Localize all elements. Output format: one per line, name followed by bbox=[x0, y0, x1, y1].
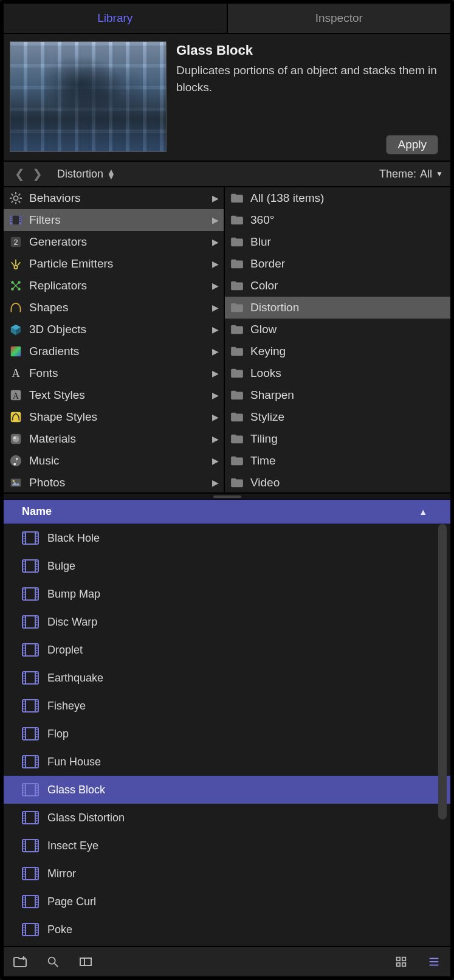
category-item[interactable]: Filters▶ bbox=[4, 209, 224, 231]
filter-label: Disc Warp bbox=[47, 616, 97, 629]
subcategory-item[interactable]: Tiling bbox=[225, 428, 450, 450]
category-item[interactable]: Music▶ bbox=[4, 450, 224, 472]
category-label: Photos bbox=[29, 476, 212, 489]
filter-item[interactable]: Disc Warp bbox=[4, 608, 450, 636]
preview-info: Glass Block Duplicates portions of an ob… bbox=[167, 41, 444, 154]
folder-icon bbox=[229, 409, 246, 426]
folder-icon bbox=[229, 212, 246, 229]
category-item[interactable]: Shape Styles▶ bbox=[4, 406, 224, 428]
generator-icon bbox=[7, 233, 24, 250]
filmstrip-icon bbox=[22, 587, 39, 601]
filter-item[interactable]: Droplet bbox=[4, 636, 450, 664]
filmstrip-icon bbox=[22, 671, 39, 685]
subcategory-label: Color bbox=[250, 279, 445, 292]
folder-icon bbox=[229, 277, 246, 294]
filter-label: Fun House bbox=[47, 756, 101, 768]
folder-icon bbox=[229, 190, 246, 207]
category-item[interactable]: Replicators▶ bbox=[4, 275, 224, 297]
category-item[interactable]: Materials▶ bbox=[4, 428, 224, 450]
subcategory-item[interactable]: 360° bbox=[225, 209, 450, 231]
category-item[interactable]: Generators▶ bbox=[4, 231, 224, 253]
list-header[interactable]: Name ▲ bbox=[4, 500, 450, 524]
filmstrip-icon bbox=[22, 755, 39, 768]
filmstrip-icon bbox=[22, 811, 39, 824]
nav-forward-icon[interactable]: ❯ bbox=[29, 167, 46, 181]
split-handle[interactable] bbox=[4, 494, 450, 500]
filter-label: Bulge bbox=[47, 560, 75, 573]
category-label: Replicators bbox=[29, 279, 212, 292]
category-item[interactable]: Behaviors▶ bbox=[4, 187, 224, 209]
category-item[interactable]: 3D Objects▶ bbox=[4, 319, 224, 340]
category-item[interactable]: Particle Emitters▶ bbox=[4, 253, 224, 275]
scrollbar[interactable] bbox=[436, 524, 450, 946]
disclosure-arrow-icon: ▶ bbox=[212, 303, 219, 312]
theme-value: All bbox=[420, 168, 432, 181]
subcategory-item[interactable]: Color bbox=[225, 275, 450, 297]
category-item[interactable]: Photos▶ bbox=[4, 472, 224, 492]
columns-view-icon[interactable] bbox=[78, 954, 94, 970]
subcategory-item[interactable]: Looks bbox=[225, 362, 450, 384]
filter-item[interactable]: Bulge bbox=[4, 552, 450, 580]
filmstrip-icon bbox=[22, 615, 39, 629]
subcategory-item[interactable]: Sharpen bbox=[225, 384, 450, 406]
tab-inspector[interactable]: Inspector bbox=[228, 4, 451, 33]
breadcrumb[interactable]: Distortion ▲▼ bbox=[57, 168, 115, 181]
subcategory-item[interactable]: Glow bbox=[225, 319, 450, 340]
search-icon[interactable] bbox=[45, 954, 61, 970]
filmstrip-icon bbox=[22, 559, 39, 573]
subcategory-item[interactable]: Blur bbox=[225, 231, 450, 253]
folder-icon bbox=[229, 233, 246, 250]
theme-selector[interactable]: Theme: All ▼ bbox=[379, 168, 443, 181]
category-item[interactable]: Shapes▶ bbox=[4, 297, 224, 319]
category-item[interactable]: Gradients▶ bbox=[4, 340, 224, 362]
tab-library[interactable]: Library bbox=[4, 4, 228, 33]
subcategory-item[interactable]: Border bbox=[225, 253, 450, 275]
folder-icon bbox=[229, 255, 246, 272]
disclosure-arrow-icon: ▶ bbox=[212, 281, 219, 291]
disclosure-arrow-icon: ▶ bbox=[212, 259, 219, 269]
disclosure-arrow-icon: ▶ bbox=[212, 456, 219, 466]
new-folder-icon[interactable] bbox=[12, 954, 28, 970]
grid-view-icon[interactable] bbox=[393, 954, 409, 970]
subcategory-item[interactable]: Stylize bbox=[225, 406, 450, 428]
category-item[interactable]: Text Styles▶ bbox=[4, 384, 224, 406]
sort-ascending-icon: ▲ bbox=[419, 507, 427, 517]
filter-item[interactable]: Bump Map bbox=[4, 580, 450, 608]
filter-item[interactable]: Page Curl bbox=[4, 888, 450, 916]
filter-item[interactable]: Fisheye bbox=[4, 692, 450, 720]
apply-button[interactable]: Apply bbox=[386, 135, 438, 154]
filter-item[interactable]: Black Hole bbox=[4, 524, 450, 552]
stepper-icon: ▲▼ bbox=[107, 169, 115, 179]
filter-item[interactable]: Insect Eye bbox=[4, 832, 450, 860]
filter-item[interactable]: Glass Block bbox=[4, 776, 450, 804]
disclosure-arrow-icon: ▶ bbox=[212, 215, 219, 225]
filmstrip-icon bbox=[7, 212, 24, 229]
nav-back-icon[interactable]: ❮ bbox=[11, 167, 29, 181]
disclosure-arrow-icon: ▶ bbox=[212, 368, 219, 378]
folder-icon bbox=[229, 474, 246, 491]
breadcrumb-label: Distortion bbox=[57, 168, 103, 181]
list-view-icon[interactable] bbox=[426, 954, 442, 970]
subcategory-item[interactable]: Distortion bbox=[225, 297, 450, 319]
subcategory-label: All (138 items) bbox=[250, 192, 445, 205]
scrollbar-thumb[interactable] bbox=[438, 524, 447, 820]
filter-item[interactable]: Glass Distortion bbox=[4, 804, 450, 832]
subcategory-item[interactable]: Video bbox=[225, 472, 450, 492]
photos-icon bbox=[7, 474, 24, 491]
path-bar: ❮ ❯ Distortion ▲▼ Theme: All ▼ bbox=[4, 162, 450, 187]
filmstrip-icon bbox=[22, 923, 39, 936]
filter-item[interactable]: Mirror bbox=[4, 860, 450, 888]
shapestyle-icon bbox=[7, 409, 24, 426]
disclosure-arrow-icon: ▶ bbox=[212, 325, 219, 334]
subcategory-label: Tiling bbox=[250, 432, 445, 446]
filter-label: Droplet bbox=[47, 644, 83, 657]
filter-item[interactable]: Earthquake bbox=[4, 664, 450, 692]
subcategory-label: Keying bbox=[250, 345, 445, 358]
subcategory-item[interactable]: Keying bbox=[225, 340, 450, 362]
filter-item[interactable]: Fun House bbox=[4, 748, 450, 776]
subcategory-item[interactable]: All (138 items) bbox=[225, 187, 450, 209]
category-item[interactable]: Fonts▶ bbox=[4, 362, 224, 384]
filter-item[interactable]: Poke bbox=[4, 916, 450, 944]
filter-item[interactable]: Flop bbox=[4, 720, 450, 748]
subcategory-item[interactable]: Time bbox=[225, 450, 450, 472]
